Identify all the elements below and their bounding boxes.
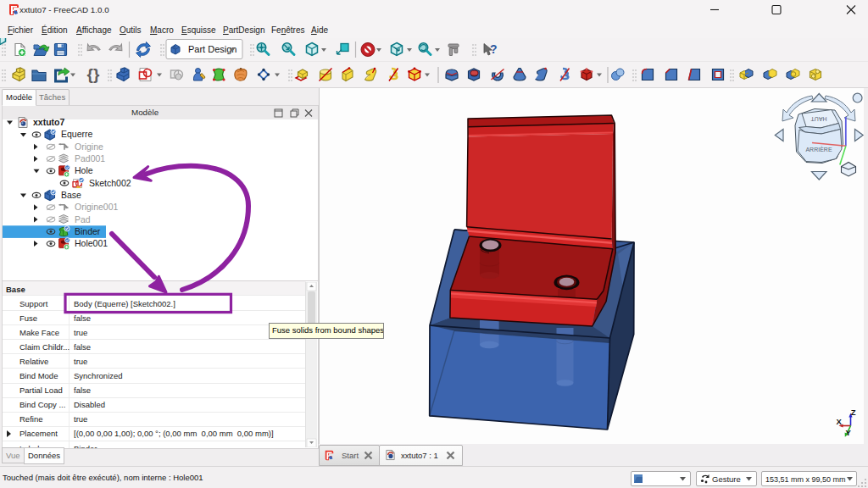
svg-text:HAUT: HAUT xyxy=(810,116,827,122)
svg-text:ARRIÈRE: ARRIÈRE xyxy=(805,146,832,152)
svg-text:{}: {} xyxy=(87,65,100,83)
svg-text:Y: Y xyxy=(846,428,852,437)
svg-text:Z: Z xyxy=(851,408,856,417)
svg-text:?: ? xyxy=(490,42,498,56)
svg-text:X: X xyxy=(837,417,843,426)
svg-text:Part Design: Part Design xyxy=(188,44,236,54)
